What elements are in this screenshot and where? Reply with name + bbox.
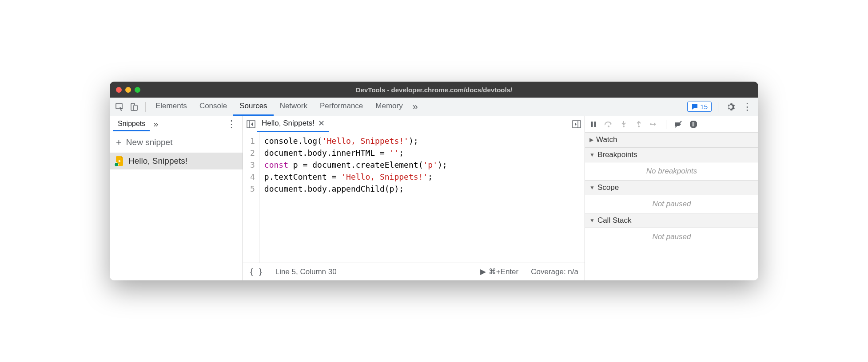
line-gutter: 12345 (243, 132, 260, 263)
device-toggle-icon[interactable] (127, 101, 140, 113)
watch-section-header[interactable]: ▶ Watch (585, 132, 758, 147)
main-tab-performance[interactable]: Performance (314, 98, 369, 116)
plus-icon: + (116, 137, 122, 148)
callstack-section-header[interactable]: ▼ Call Stack (585, 213, 758, 228)
main-tab-console[interactable]: Console (193, 98, 233, 116)
cursor-position: Line 5, Column 30 (275, 268, 337, 276)
more-tabs-icon[interactable]: » (409, 101, 422, 113)
modified-indicator-icon (114, 162, 119, 167)
editor-tabs: Hello, Snippets! ✕ (243, 116, 585, 132)
editor-statusbar: { } Line 5, Column 30 ▶ ⌘+Enter Coverage… (243, 263, 585, 280)
svg-point-11 (638, 126, 640, 127)
expand-icon: ▶ (589, 137, 593, 143)
separator (718, 102, 718, 112)
watch-label: Watch (596, 135, 617, 144)
svg-point-12 (650, 123, 652, 125)
svg-rect-7 (591, 122, 593, 127)
snippet-item[interactable]: Hello, Snippets! (110, 153, 243, 169)
svg-rect-8 (594, 122, 596, 127)
issues-count: 15 (700, 103, 708, 110)
scope-section-header[interactable]: ▼ Scope (585, 180, 758, 195)
content-area: Snippets » ⋮ + New snippet Hello, Snippe… (110, 116, 758, 280)
show-debugger-icon[interactable] (570, 120, 583, 128)
settings-icon[interactable] (725, 101, 737, 113)
main-tab-bar: ElementsConsoleSourcesNetworkPerformance… (110, 98, 758, 116)
svg-point-9 (608, 126, 609, 127)
svg-rect-15 (693, 122, 694, 126)
issues-badge[interactable]: 15 (687, 102, 712, 112)
window-title: DevTools - developer.chrome.com/docs/dev… (110, 86, 758, 94)
code-editor[interactable]: 12345 console.log('Hello, Snippets!');do… (243, 132, 585, 263)
snippet-file-icon (116, 156, 124, 166)
main-tab-sources[interactable]: Sources (233, 98, 273, 116)
scope-body: Not paused (585, 195, 758, 213)
main-tab-network[interactable]: Network (274, 98, 314, 116)
debugger-toolbar (585, 116, 758, 132)
sidebar-tabs: Snippets » ⋮ (110, 116, 243, 132)
code-content: console.log('Hello, Snippets!');document… (260, 132, 452, 263)
close-tab-icon[interactable]: ✕ (318, 118, 325, 128)
sidebar-menu-icon[interactable]: ⋮ (224, 118, 239, 130)
coverage-label: Coverage: n/a (531, 268, 578, 276)
separator (145, 102, 146, 112)
run-snippet-button[interactable]: ▶ ⌘+Enter (480, 267, 519, 276)
step-out-icon[interactable] (634, 119, 644, 129)
svg-point-10 (623, 126, 625, 127)
pause-on-exceptions-icon[interactable] (689, 119, 698, 129)
collapse-icon: ▼ (589, 152, 595, 158)
collapse-icon: ▼ (589, 217, 595, 224)
step-icon[interactable] (649, 119, 659, 129)
sidebar-tab-snippets[interactable]: Snippets (113, 117, 150, 131)
run-shortcut-label: ⌘+Enter (489, 267, 519, 276)
breakpoints-label: Breakpoints (597, 150, 637, 159)
main-tab-elements[interactable]: Elements (149, 98, 193, 116)
separator (666, 120, 666, 129)
pause-icon[interactable] (589, 119, 598, 129)
main-tab-memory[interactable]: Memory (369, 98, 409, 116)
breakpoints-body: No breakpoints (585, 162, 758, 180)
more-sidebar-tabs-icon[interactable]: » (153, 119, 158, 129)
format-code-icon[interactable]: { } (249, 268, 263, 276)
editor-area: Hello, Snippets! ✕ 12345 console.log('He… (243, 116, 585, 280)
step-into-icon[interactable] (619, 119, 629, 129)
inspect-element-icon[interactable] (113, 101, 126, 113)
scope-label: Scope (597, 183, 619, 192)
new-snippet-button[interactable]: + New snippet (110, 132, 243, 153)
step-over-icon[interactable] (604, 119, 613, 129)
svg-rect-14 (693, 122, 693, 126)
new-snippet-label: New snippet (126, 138, 173, 147)
navigator-sidebar: Snippets » ⋮ + New snippet Hello, Snippe… (110, 116, 243, 280)
deactivate-breakpoints-icon[interactable] (673, 119, 683, 129)
snippet-item-label: Hello, Snippets! (128, 156, 187, 166)
collapse-icon: ▼ (589, 185, 595, 191)
debugger-pane: ▶ Watch ▼ Breakpoints No breakpoints ▼ S… (585, 116, 758, 280)
callstack-body: Not paused (585, 228, 758, 246)
play-icon: ▶ (480, 267, 486, 276)
main-menu-icon[interactable]: ⋮ (740, 101, 755, 113)
show-navigator-icon[interactable] (245, 120, 257, 128)
editor-tab-label: Hello, Snippets! (262, 119, 315, 128)
breakpoints-section-header[interactable]: ▼ Breakpoints (585, 147, 758, 162)
editor-tab[interactable]: Hello, Snippets! ✕ (257, 116, 329, 132)
svg-rect-2 (134, 105, 137, 110)
devtools-window: DevTools - developer.chrome.com/docs/dev… (110, 82, 758, 280)
callstack-label: Call Stack (597, 216, 632, 225)
window-titlebar: DevTools - developer.chrome.com/docs/dev… (110, 82, 758, 98)
